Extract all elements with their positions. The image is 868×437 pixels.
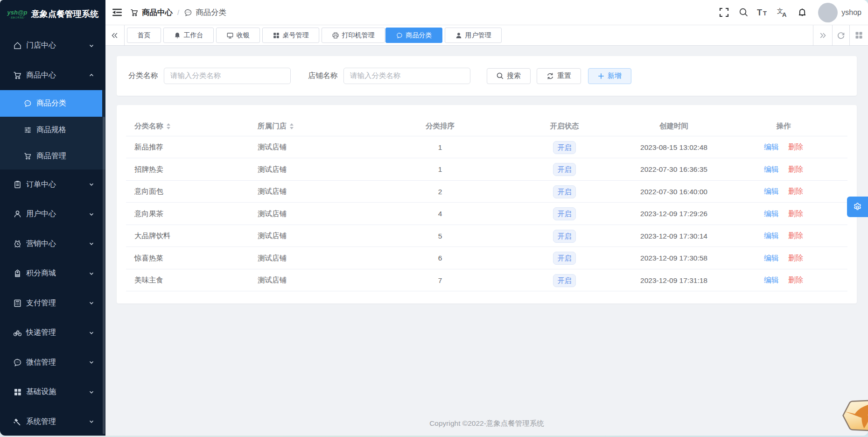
svg-text:A: A (782, 11, 787, 18)
svg-text:T: T (763, 10, 767, 17)
svg-text:T: T (757, 8, 762, 17)
